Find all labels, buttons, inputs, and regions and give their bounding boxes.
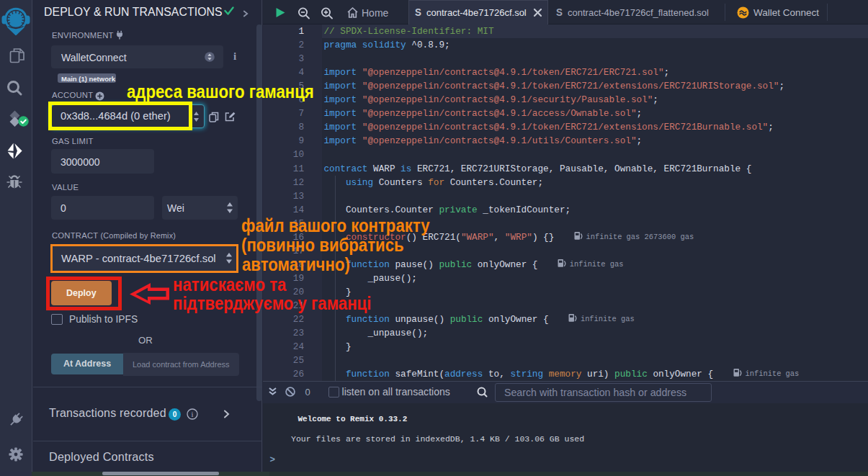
- svg-text:i: i: [192, 410, 194, 418]
